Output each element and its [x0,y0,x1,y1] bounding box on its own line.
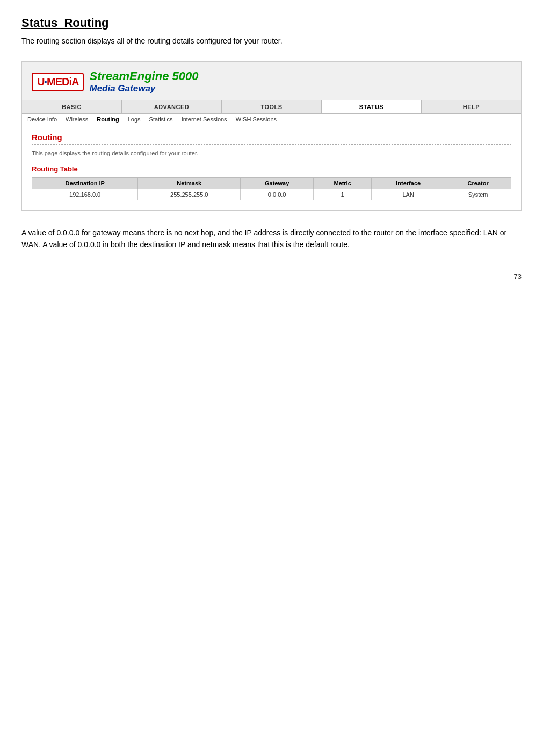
logo-line1: StreamEngine 5000 [89,69,198,83]
logo-box: U·MEDiA StreamEngine 5000 Media Gateway [32,69,198,95]
page-title: Status_Routing [21,16,522,30]
section-divider [32,144,511,145]
page-intro: The routing section displays all of the … [21,37,522,45]
cell-destination-ip: 192.168.0.0 [32,189,138,200]
section-description: This page displays the routing details c… [32,150,511,156]
col-header-interface: Interface [372,177,445,189]
routing-table: Destination IP Netmask Gateway Metric In… [32,177,511,200]
nav-sub-statistics[interactable]: Statistics [149,116,173,123]
nav-sub-internet-sessions[interactable]: Internet Sessions [182,116,227,123]
nav-sub-device-info[interactable]: Device Info [27,116,57,123]
nav-sub-wireless[interactable]: Wireless [66,116,88,123]
nav-sub-wish-sessions[interactable]: WISH Sessions [236,116,277,123]
router-content: Routing This page displays the routing d… [22,125,521,210]
col-header-netmask: Netmask [138,177,241,189]
nav-main-advanced[interactable]: ADVANCED [122,100,222,113]
section-title: Routing [32,133,511,142]
nav-sub-logs[interactable]: Logs [128,116,141,123]
cell-gateway: 0.0.0.0 [241,189,314,200]
cell-creator: System [445,189,511,200]
page-number: 73 [21,272,522,280]
table-row: 192.168.0.0 255.255.255.0 0.0.0.0 1 LAN … [32,189,511,200]
cell-netmask: 255.255.255.0 [138,189,241,200]
col-header-creator: Creator [445,177,511,189]
nav-sub-routing[interactable]: Routing [97,116,119,123]
nav-sub: Device Info Wireless Routing Logs Statis… [22,114,521,125]
logo-text: StreamEngine 5000 Media Gateway [89,69,198,95]
table-title: Routing Table [32,165,511,173]
cell-metric: 1 [314,189,372,200]
router-header: U·MEDiA StreamEngine 5000 Media Gateway [22,62,521,100]
footer-text: A value of 0.0.0.0 for gateway means the… [21,227,522,251]
col-header-gateway: Gateway [241,177,314,189]
col-header-metric: Metric [314,177,372,189]
logo-line2: Media Gateway [89,83,198,94]
nav-main-status[interactable]: STATUS [322,100,422,113]
nav-main-basic[interactable]: BASIC [22,100,122,113]
nav-main: BASIC ADVANCED TOOLS STATUS HELP [22,100,521,114]
router-ui-box: U·MEDiA StreamEngine 5000 Media Gateway … [21,61,522,211]
logo-icon: U·MEDiA [32,73,84,91]
nav-main-tools[interactable]: TOOLS [222,100,322,113]
cell-interface: LAN [372,189,445,200]
nav-main-help[interactable]: HELP [422,100,521,113]
col-header-destination-ip: Destination IP [32,177,138,189]
